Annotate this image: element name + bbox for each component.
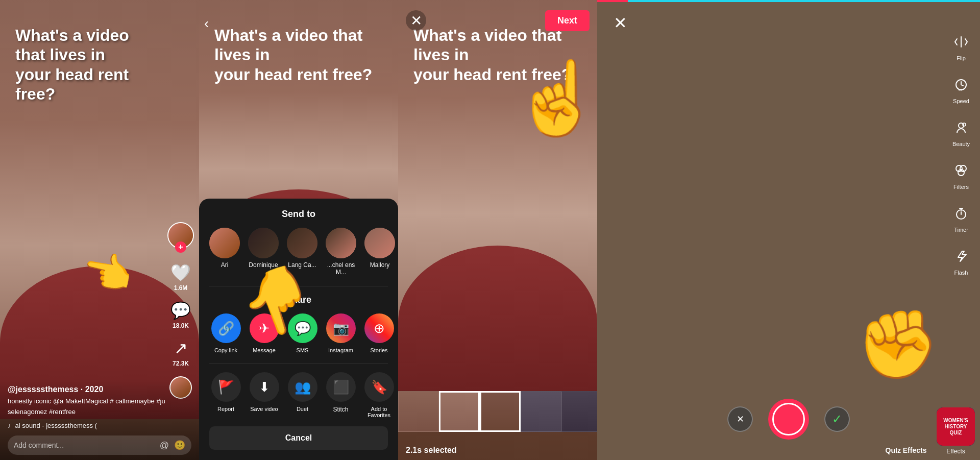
favorites-icon-circle: 🔖 [364, 372, 394, 402]
contact-mallory-name: Mallory [370, 261, 390, 269]
panel4-progress-bar [597, 0, 980, 2]
comment-icon[interactable]: 💬 [170, 301, 191, 320]
timer-icon [950, 202, 972, 225]
action-favorites[interactable]: 🔖 Add to Favorites [362, 372, 396, 418]
filters-label: Filters [953, 184, 969, 190]
panel1-shares-count: 72.3K [173, 360, 189, 367]
flash-label: Flash [954, 270, 968, 276]
progress-bar-cyan [628, 0, 980, 2]
flip-label: Flip [957, 55, 966, 61]
share-stories[interactable]: ⊕ Stories [362, 313, 396, 353]
timeline-frame-2 [439, 391, 480, 432]
panel1-share-action[interactable]: ↗ 72.3K [173, 338, 189, 367]
panel4-confirm-button[interactable]: ✓ [824, 406, 850, 432]
mention-icon[interactable]: @ [160, 440, 169, 451]
panel1-sound-text: al sound - jesssssthemess ( [15, 422, 97, 429]
panel3-close-button[interactable]: ✕ [406, 10, 426, 31]
effects-label: Effects [946, 448, 965, 455]
panel1-like-action[interactable]: 🤍 1.6M [170, 263, 191, 292]
emoji-icon[interactable]: 🙂 [174, 440, 185, 451]
share-copy-link[interactable]: 🔗 Copy link [209, 313, 242, 353]
panel1-hashtags: honestly iconic @a MakeItMagical # callm… [8, 396, 191, 418]
panel3-hand-emoji: ☝️ [513, 56, 597, 140]
panel1-sound-bar: ♪ al sound - jesssssthemess ( [8, 422, 191, 429]
toolbar-beauty[interactable]: Beauty [950, 116, 972, 147]
contact-ari-avatar [209, 228, 240, 258]
panel3-next-button[interactable]: Next [545, 10, 590, 31]
report-icon-circle: 🚩 [211, 372, 241, 402]
action-save[interactable]: ⬇ Save video [248, 372, 281, 418]
contact-rachel-avatar [326, 228, 356, 258]
panel2-video-text2: your head rent free? [214, 65, 372, 84]
panel4-close-button[interactable]: ✕ [610, 13, 630, 33]
panel4-background [597, 0, 980, 460]
share-divider-2 [209, 364, 388, 364]
favorites-label: Add to Favorites [362, 406, 396, 418]
stitch-icon: ⬛ [333, 379, 349, 395]
send-to-label: Send to [199, 209, 398, 220]
panel-1-feed: What's a video that lives in your head r… [0, 0, 199, 460]
contact-mallory[interactable]: Mallory [364, 228, 395, 276]
toolbar-flip[interactable]: Flip [950, 31, 972, 61]
timeline-frame-1 [398, 391, 439, 432]
panel-4-record: ✕ Flip off Speed [597, 0, 980, 460]
toolbar-filters[interactable]: Filters [950, 159, 972, 190]
panel4-record-button[interactable] [768, 399, 809, 440]
stories-icon: ⊕ [374, 321, 385, 336]
panel2-back-button[interactable]: ‹ [204, 15, 209, 32]
contact-ari-name: Ari [221, 261, 229, 269]
panel-2-share: What's a video that lives in your head r… [199, 0, 398, 460]
contact-rachel[interactable]: ...chel ens M... [326, 228, 356, 276]
beauty-label: Beauty [952, 141, 970, 147]
panel1-comment-action[interactable]: 💬 18.0K [170, 301, 191, 329]
panel1-video-text2: your head rent free? [15, 65, 129, 103]
share-icon[interactable]: ↗ [174, 338, 188, 358]
toolbar-speed[interactable]: off Speed [950, 74, 972, 104]
action-duet[interactable]: 👥 Duet [286, 372, 319, 418]
instagram-icon: 📷 [333, 321, 349, 336]
panel1-comments-count: 18.0K [173, 322, 189, 329]
quiz-effects-area: QuIz Effects [875, 441, 937, 460]
actions-row: 🚩 Report ⬇ Save video 👥 Duet [199, 372, 398, 426]
favorites-icon: 🔖 [371, 379, 387, 395]
save-label: Save video [250, 406, 278, 412]
panel4-bottom-controls: ✕ ✓ [597, 399, 980, 440]
panel4-cancel-button[interactable]: ✕ [727, 406, 753, 432]
copy-link-icon: 🔗 [218, 321, 234, 336]
panel3-timeline-frames [398, 391, 597, 432]
report-icon: 🚩 [218, 379, 234, 395]
heart-icon[interactable]: 🤍 [170, 263, 191, 282]
action-stitch[interactable]: ⬛ Stitch [324, 372, 357, 418]
panel1-follow-btn[interactable]: + [175, 241, 186, 253]
share-instagram[interactable]: 📷 Instagram [324, 313, 357, 353]
progress-bar-red [597, 0, 628, 2]
stitch-icon-circle: ⬛ [326, 372, 356, 402]
instagram-icon-circle: 📷 [326, 313, 356, 343]
flip-icon [950, 31, 972, 53]
panel4-right-toolbar: Flip off Speed Beauty [950, 31, 972, 276]
panel-3-stitch: What's a video that lives in your head r… [398, 0, 597, 460]
action-report[interactable]: 🚩 Report [209, 372, 242, 418]
stitch-label: Stitch [333, 406, 348, 413]
panel1-likes-count: 1.6M [174, 284, 188, 292]
sms-label: SMS [297, 347, 309, 353]
stories-label: Stories [370, 347, 387, 353]
copy-link-label: Copy link [214, 347, 237, 353]
timeline-frame-5 [561, 391, 597, 432]
toolbar-timer[interactable]: Timer [950, 202, 972, 233]
cancel-button[interactable]: Cancel [209, 426, 388, 450]
beauty-icon [950, 116, 972, 139]
toolbar-flash[interactable]: Flash [950, 245, 972, 276]
speed-label: Speed [953, 98, 969, 104]
panel2-video-text: What's a video that lives in [214, 26, 362, 64]
contact-ari[interactable]: Ari [209, 228, 240, 276]
instagram-label: Instagram [328, 347, 353, 353]
contact-rachel-name: ...chel ens M... [326, 261, 356, 276]
panel3-timeline-strip[interactable] [398, 391, 597, 432]
panel1-comment-bar[interactable]: Add comment... @ 🙂 [8, 435, 191, 455]
duet-label: Duet [297, 406, 308, 412]
panel1-avatar-container[interactable]: + [167, 222, 194, 249]
timer-label: Timer [954, 227, 968, 233]
copy-link-icon-circle: 🔗 [211, 313, 241, 343]
save-icon-circle: ⬇ [250, 372, 279, 402]
